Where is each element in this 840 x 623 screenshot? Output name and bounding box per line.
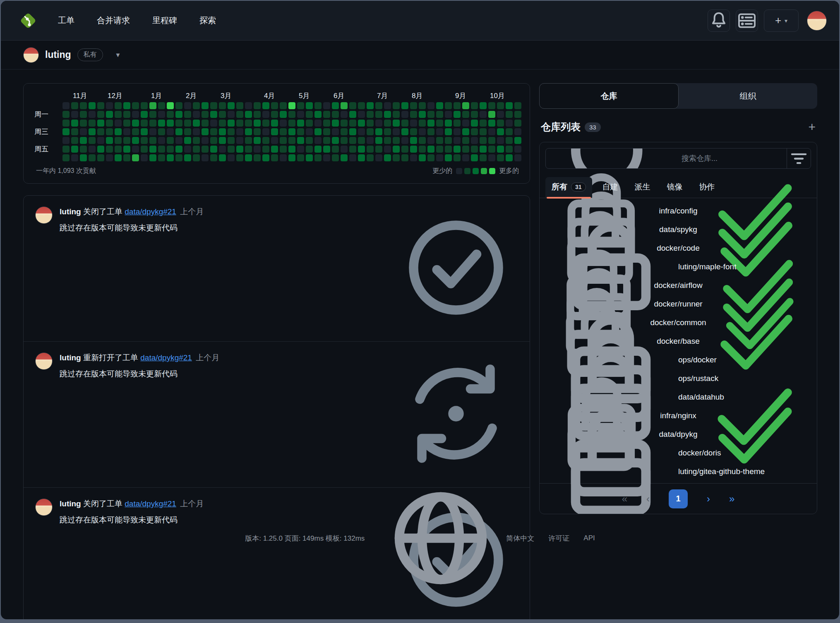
heatmap-cell[interactable] xyxy=(410,111,417,118)
heatmap-cell[interactable] xyxy=(254,146,261,153)
heatmap-cell[interactable] xyxy=(384,111,391,118)
heatmap-cell[interactable] xyxy=(375,146,382,153)
heatmap-cell[interactable] xyxy=(375,128,382,135)
heatmap-cell[interactable] xyxy=(167,120,174,127)
heatmap-cell[interactable] xyxy=(445,128,452,135)
profile-username[interactable]: luting xyxy=(45,49,71,60)
heatmap-cell[interactable] xyxy=(419,102,426,109)
heatmap-cell[interactable] xyxy=(132,137,139,144)
heatmap-cell[interactable] xyxy=(167,111,174,118)
heatmap-cell[interactable] xyxy=(401,128,408,135)
heatmap-cell[interactable] xyxy=(89,137,96,144)
heatmap-cell[interactable] xyxy=(193,111,200,118)
heatmap-cell[interactable] xyxy=(323,120,330,127)
heatmap-cell[interactable] xyxy=(262,154,269,161)
heatmap-cell[interactable] xyxy=(436,120,443,127)
heatmap-cell[interactable] xyxy=(115,146,122,153)
heatmap-cell[interactable] xyxy=(445,120,452,127)
heatmap-cell[interactable] xyxy=(97,120,104,127)
tab-repositories[interactable]: 仓库 xyxy=(539,83,679,109)
heatmap-cell[interactable] xyxy=(193,120,200,127)
feed-username[interactable]: luting xyxy=(60,207,81,216)
heatmap-cell[interactable] xyxy=(62,102,70,109)
heatmap-cell[interactable] xyxy=(236,128,243,135)
heatmap-cell[interactable] xyxy=(462,102,469,109)
heatmap-cell[interactable] xyxy=(149,146,156,153)
heatmap-cell[interactable] xyxy=(167,154,174,161)
heatmap-cell[interactable] xyxy=(488,137,495,144)
heatmap-cell[interactable] xyxy=(62,111,70,118)
heatmap-cell[interactable] xyxy=(219,111,226,118)
heatmap-cell[interactable] xyxy=(514,154,521,161)
heatmap-cell[interactable] xyxy=(80,128,87,135)
heatmap-cell[interactable] xyxy=(367,102,374,109)
heatmap-cell[interactable] xyxy=(236,154,243,161)
heatmap-cell[interactable] xyxy=(367,111,374,118)
repo-filter-tab-1[interactable]: 自建 xyxy=(596,177,624,198)
heatmap-cell[interactable] xyxy=(393,102,400,109)
heatmap-cell[interactable] xyxy=(480,120,487,127)
heatmap-cell[interactable] xyxy=(210,102,217,109)
heatmap-cell[interactable] xyxy=(254,111,261,118)
heatmap-cell[interactable] xyxy=(106,137,113,144)
heatmap-cell[interactable] xyxy=(436,137,443,144)
heatmap-cell[interactable] xyxy=(332,120,339,127)
footer-api-link[interactable]: API xyxy=(583,534,595,542)
heatmap-cell[interactable] xyxy=(228,102,235,109)
heatmap-cell[interactable] xyxy=(314,120,322,127)
heatmap-cell[interactable] xyxy=(149,102,156,109)
heatmap-cell[interactable] xyxy=(349,128,356,135)
heatmap-cell[interactable] xyxy=(419,154,426,161)
heatmap-cell[interactable] xyxy=(228,137,235,144)
heatmap-cell[interactable] xyxy=(80,111,87,118)
heatmap-cell[interactable] xyxy=(506,120,513,127)
nav-item-0[interactable]: 工单 xyxy=(58,15,74,26)
heatmap-cell[interactable] xyxy=(149,128,156,135)
heatmap-cell[interactable] xyxy=(514,128,521,135)
heatmap-cell[interactable] xyxy=(115,154,122,161)
heatmap-cell[interactable] xyxy=(488,111,495,118)
heatmap-cell[interactable] xyxy=(358,111,365,118)
heatmap-cell[interactable] xyxy=(184,154,191,161)
heatmap-cell[interactable] xyxy=(488,120,495,127)
heatmap-cell[interactable] xyxy=(358,120,365,127)
heatmap-cell[interactable] xyxy=(115,120,122,127)
heatmap-cell[interactable] xyxy=(332,102,339,109)
heatmap-cell[interactable] xyxy=(506,154,513,161)
heatmap-cell[interactable] xyxy=(297,154,304,161)
heatmap-cell[interactable] xyxy=(175,128,182,135)
heatmap-cell[interactable] xyxy=(471,154,478,161)
heatmap-cell[interactable] xyxy=(288,154,295,161)
heatmap-cell[interactable] xyxy=(202,120,209,127)
heatmap-cell[interactable] xyxy=(506,146,513,153)
heatmap-cell[interactable] xyxy=(332,111,339,118)
heatmap-cell[interactable] xyxy=(358,146,365,153)
heatmap-cell[interactable] xyxy=(314,128,322,135)
heatmap-cell[interactable] xyxy=(271,102,278,109)
tab-organizations[interactable]: 组织 xyxy=(679,83,817,109)
heatmap-cell[interactable] xyxy=(375,137,382,144)
notifications-button[interactable] xyxy=(708,10,730,32)
feed-username[interactable]: luting xyxy=(60,353,81,362)
heatmap-cell[interactable] xyxy=(141,111,148,118)
heatmap-cell[interactable] xyxy=(149,111,156,118)
heatmap-cell[interactable] xyxy=(167,128,174,135)
heatmap-cell[interactable] xyxy=(419,146,426,153)
heatmap-cell[interactable] xyxy=(341,154,348,161)
heatmap-cell[interactable] xyxy=(132,154,139,161)
heatmap-cell[interactable] xyxy=(71,120,78,127)
heatmap-cell[interactable] xyxy=(427,146,434,153)
heatmap-cell[interactable] xyxy=(488,128,495,135)
heatmap-cell[interactable] xyxy=(497,146,504,153)
admin-panel-button[interactable] xyxy=(736,10,758,32)
heatmap-cell[interactable] xyxy=(462,111,469,118)
heatmap-cell[interactable] xyxy=(410,137,417,144)
heatmap-cell[interactable] xyxy=(106,111,113,118)
heatmap-cell[interactable] xyxy=(167,102,174,109)
heatmap-cell[interactable] xyxy=(384,128,391,135)
heatmap-cell[interactable] xyxy=(297,111,304,118)
feed-avatar[interactable] xyxy=(35,352,53,370)
heatmap-cell[interactable] xyxy=(132,120,139,127)
heatmap-cell[interactable] xyxy=(202,137,209,144)
heatmap-cell[interactable] xyxy=(445,154,452,161)
